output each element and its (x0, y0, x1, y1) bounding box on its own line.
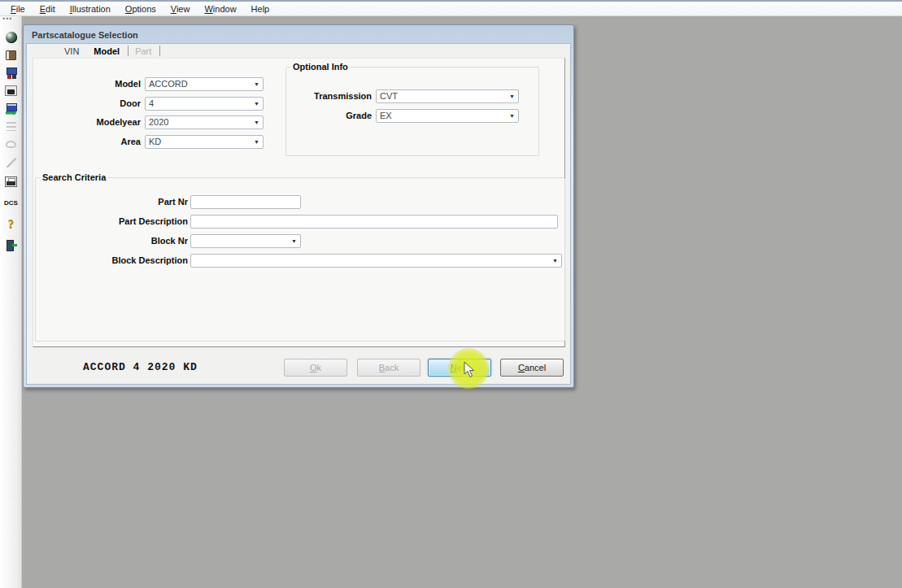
model-search-icon[interactable] (3, 83, 19, 98)
dropdown-arrow-icon: ▼ (254, 81, 259, 87)
dropdown-arrow-icon: ▼ (509, 113, 515, 119)
menu-window[interactable]: Window (197, 3, 243, 15)
model-combo[interactable]: ACCORD▼ (145, 77, 264, 91)
part-nr-input[interactable] (190, 195, 301, 209)
modelyear-label: Modelyear (35, 115, 141, 128)
modelyear-value: 2020 (149, 117, 168, 127)
door-combo[interactable]: 4▼ (145, 97, 264, 111)
vin-search-icon[interactable] (3, 65, 19, 81)
block-nr-combo[interactable]: ▼ (190, 234, 301, 248)
dropdown-arrow-icon: ▼ (291, 238, 297, 244)
dialog-title: Partscatalogue Selection (26, 28, 571, 43)
transmission-label: Transmission (288, 89, 372, 102)
dropdown-arrow-icon: ▼ (254, 101, 259, 107)
help-glyph: ? (8, 218, 14, 231)
back-button[interactable]: Back (357, 359, 420, 377)
search-criteria-group: Search Criteria Part NrPart DescriptionB… (35, 172, 565, 342)
illustration-view-glyph (6, 141, 16, 148)
ok-button[interactable]: Ok (284, 359, 347, 377)
area-value: KD (149, 137, 161, 146)
save-export-icon[interactable] (3, 101, 19, 116)
model-search-glyph (5, 85, 17, 96)
transmission-combo[interactable]: CVT▼ (376, 89, 519, 103)
tab-model[interactable]: Model (92, 46, 121, 56)
part-nr-label: Part Nr (37, 195, 188, 208)
menu-help[interactable]: Help (244, 3, 277, 15)
dcs-icon[interactable]: DCS (3, 195, 19, 211)
tab-separator (128, 46, 129, 56)
globe-sync-glyph (6, 32, 17, 43)
area-label: Area (35, 135, 141, 148)
parts-list-icon[interactable] (3, 119, 19, 134)
help-icon[interactable]: ? (3, 216, 19, 232)
exit-glyph (6, 240, 17, 250)
optional-info-title: Optional Info (290, 62, 351, 72)
toolbar-grip: ••• (2, 16, 17, 23)
part-description-input[interactable] (190, 215, 558, 229)
exit-icon[interactable] (3, 237, 19, 253)
menu-options[interactable]: Options (118, 3, 163, 15)
block-description-combo[interactable]: ▼ (190, 254, 562, 268)
modelyear-combo[interactable]: 2020▼ (145, 115, 264, 129)
model-value: ACCORD (149, 79, 188, 89)
tab-separator (159, 46, 160, 56)
optional-info-group: Optional Info TransmissionCVT▼GradeEX▼ (285, 62, 539, 156)
pointer-tool-icon[interactable] (3, 155, 19, 170)
dropdown-arrow-icon: ▼ (552, 258, 558, 264)
tab-part[interactable]: Part (133, 46, 153, 56)
parts-list-glyph (7, 122, 16, 131)
grade-label: Grade (288, 109, 372, 122)
dropdown-arrow-icon: ▼ (254, 139, 259, 145)
part-description-label: Part Description (37, 215, 188, 228)
tab-content-panel: Optional Info TransmissionCVT▼GradeEX▼ S… (33, 58, 565, 347)
area-combo[interactable]: KD▼ (145, 135, 264, 149)
dcs-glyph: DCS (4, 199, 18, 207)
menu-file[interactable]: File (3, 3, 33, 15)
block-description-label: Block Description (37, 254, 188, 267)
search-criteria-title: Search Criteria (40, 172, 108, 182)
tab-vin[interactable]: VIN (63, 46, 81, 56)
save-export-glyph (6, 103, 17, 115)
block-nr-label: Block Nr (37, 234, 188, 247)
tab-strip: VINModelPart (27, 44, 570, 58)
globe-sync-icon[interactable] (3, 29, 19, 45)
transmission-value: CVT (380, 91, 398, 101)
print-glyph (5, 176, 17, 187)
model-label: Model (35, 77, 141, 90)
door-value: 4 (149, 98, 154, 108)
menu-bar: FileEditIllustrationOptionsViewWindowHel… (0, 0, 902, 16)
illustration-view-icon[interactable] (3, 137, 19, 152)
catalogue-book-icon[interactable] (3, 47, 19, 63)
catalogue-book-glyph (6, 50, 16, 60)
selection-summary: ACCORD 4 2020 KD (83, 361, 198, 373)
grade-combo[interactable]: EX▼ (376, 109, 519, 123)
cancel-button[interactable]: Cancel (500, 359, 564, 377)
mouse-cursor-icon (464, 361, 477, 379)
dialog-body: VINModelPart Optional Info TransmissionC… (26, 43, 571, 385)
vin-search-glyph (6, 68, 17, 79)
print-icon[interactable] (3, 174, 19, 189)
menu-view[interactable]: View (163, 3, 198, 15)
partscatalogue-selection-dialog: Partscatalogue Selection VINModelPart Op… (23, 24, 574, 388)
door-label: Door (35, 97, 141, 110)
menu-edit[interactable]: Edit (33, 3, 63, 15)
menu-illustration[interactable]: Illustration (63, 3, 118, 15)
grade-value: EX (380, 111, 392, 120)
dropdown-arrow-icon: ▼ (254, 120, 259, 125)
pointer-tool-glyph (7, 158, 16, 168)
left-toolbar: ••• DCS? (0, 16, 22, 588)
dropdown-arrow-icon: ▼ (509, 94, 515, 99)
